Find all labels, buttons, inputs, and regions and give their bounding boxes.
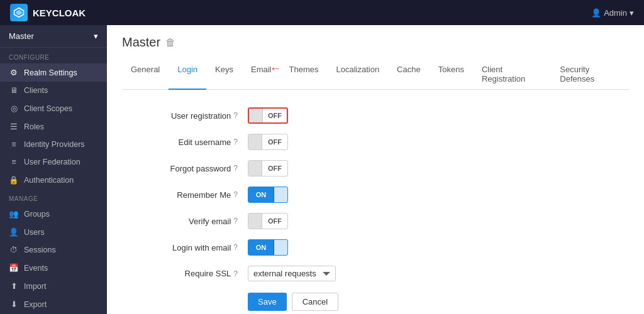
- toggle-knob: [274, 187, 287, 202]
- verify-email-toggle[interactable]: OFF: [248, 213, 288, 229]
- realm-selector[interactable]: Master ▾: [0, 25, 107, 48]
- sidebar-item-export[interactable]: ⬇ Export: [0, 295, 107, 313]
- client-scopes-icon: ◎: [9, 104, 19, 113]
- authentication-icon: 🔒: [9, 175, 19, 185]
- tab-localization[interactable]: Localization: [327, 60, 388, 90]
- sidebar-item-user-federation-label: User Federation: [24, 158, 80, 166]
- require-ssl-select[interactable]: none external requests all requests: [248, 266, 336, 281]
- sidebar-item-import[interactable]: ⬆ Import: [0, 277, 107, 295]
- sidebar-item-groups[interactable]: 👥 Groups: [0, 205, 107, 223]
- sidebar-item-export-label: Export: [24, 300, 47, 309]
- user-menu[interactable]: 👤 Admin ▾: [591, 8, 634, 18]
- user-registration-control: OFF: [248, 107, 288, 124]
- require-ssl-label: Require SSL ?: [122, 269, 248, 278]
- login-with-email-toggle[interactable]: ON: [248, 239, 288, 256]
- sidebar-item-realm-settings[interactable]: ⚙ Realm Settings: [0, 63, 107, 82]
- brand: KEYCLOAK: [10, 4, 86, 21]
- svg-marker-1: [16, 10, 22, 16]
- forgot-password-help-icon[interactable]: ?: [233, 164, 238, 173]
- toggle-label: OFF: [262, 217, 287, 225]
- sidebar-item-events[interactable]: 📅 Events: [0, 259, 107, 277]
- verify-email-help-icon[interactable]: ?: [233, 217, 238, 225]
- identity-providers-icon: ≡: [9, 140, 19, 149]
- tab-security-defenses[interactable]: Security Defenses: [551, 60, 629, 90]
- tab-email[interactable]: Email: [242, 60, 280, 90]
- sidebar-item-client-scopes[interactable]: ◎ Client Scopes: [0, 99, 107, 117]
- user-federation-icon: ≡: [9, 158, 19, 166]
- toggle-label: ON: [248, 191, 274, 198]
- configure-section-label: Configure: [0, 48, 107, 63]
- sidebar-item-sessions-label: Sessions: [24, 246, 56, 254]
- toggle-label: OFF: [262, 138, 287, 146]
- login-with-email-help-icon[interactable]: ?: [233, 243, 238, 252]
- require-ssl-help-icon[interactable]: ?: [233, 269, 238, 278]
- sidebar-item-events-label: Events: [24, 264, 48, 273]
- cancel-button[interactable]: Cancel: [292, 293, 338, 311]
- realm-dropdown-icon: ▾: [94, 31, 98, 41]
- delete-realm-icon[interactable]: 🗑: [165, 37, 175, 48]
- page-title-row: Master 🗑: [122, 35, 629, 50]
- sidebar-item-import-label: Import: [24, 282, 46, 291]
- roles-icon: ☰: [9, 122, 19, 131]
- form-row-verify-email: Verify email ? OFF: [122, 208, 499, 234]
- user-registration-toggle[interactable]: OFF: [248, 107, 288, 124]
- verify-email-control: OFF: [248, 213, 288, 229]
- sidebar-item-clients-label: Clients: [24, 86, 48, 95]
- users-icon: 👤: [9, 227, 19, 237]
- sidebar-item-roles-label: Roles: [24, 122, 44, 131]
- login-with-email-label: Login with email ?: [122, 243, 248, 252]
- user-registration-label: User registration ?: [122, 111, 248, 121]
- user-dropdown-icon: ▾: [630, 8, 634, 18]
- sidebar-item-realm-settings-label: Realm Settings: [24, 68, 77, 77]
- form-row-forgot-password: Forgot password ? OFF: [122, 155, 499, 181]
- tabs: General Login Keys Email Themes Localiza…: [122, 60, 629, 90]
- navbar: KEYCLOAK 👤 Admin ▾: [0, 0, 644, 25]
- sidebar-item-authentication[interactable]: 🔒 Authentication: [0, 171, 107, 189]
- tab-login[interactable]: Login: [169, 60, 206, 90]
- tab-cache[interactable]: Cache: [388, 60, 430, 90]
- edit-username-help-icon[interactable]: ?: [233, 138, 238, 146]
- content-area: Master 🗑 General Login Keys Email Themes…: [107, 25, 644, 314]
- forgot-password-toggle[interactable]: OFF: [248, 160, 288, 176]
- sidebar-item-user-federation[interactable]: ≡ User Federation: [0, 153, 107, 171]
- edit-username-control: OFF: [248, 134, 288, 150]
- remember-me-toggle[interactable]: ON: [248, 187, 288, 203]
- edit-username-toggle[interactable]: OFF: [248, 134, 288, 150]
- sidebar-item-clients[interactable]: 🖥 Clients: [0, 82, 107, 99]
- verify-email-label: Verify email ?: [122, 217, 248, 226]
- toggle-knob: [248, 214, 262, 229]
- save-button[interactable]: Save: [248, 293, 287, 311]
- tab-keys[interactable]: Keys: [206, 60, 242, 90]
- user-registration-help-icon[interactable]: ?: [233, 111, 238, 120]
- sidebar-item-groups-label: Groups: [24, 210, 50, 219]
- sidebar-item-sessions[interactable]: ⏱ Sessions: [0, 241, 107, 259]
- toggle-label: OFF: [262, 165, 287, 172]
- forgot-password-label: Forgot password ?: [122, 164, 248, 173]
- realm-name: Master: [9, 31, 34, 41]
- page-title: Master: [122, 35, 160, 50]
- sidebar-item-identity-providers[interactable]: ≡ Identity Providers: [0, 136, 107, 153]
- tab-client-registration[interactable]: Client Registration: [473, 60, 551, 90]
- sidebar-item-identity-providers-label: Identity Providers: [24, 140, 85, 149]
- main-layout: Master ▾ Configure ⚙ Realm Settings 🖥 Cl…: [0, 25, 644, 314]
- login-settings-form: User registration ? OFF Edit username: [122, 102, 499, 314]
- sidebar-item-users[interactable]: 👤 Users: [0, 223, 107, 241]
- require-ssl-control: none external requests all requests: [248, 266, 336, 281]
- realm-settings-icon: ⚙: [9, 68, 19, 77]
- manage-section-label: Manage: [0, 189, 107, 205]
- form-row-remember-me: Remember Me ? ON: [122, 181, 499, 208]
- toggle-knob: [248, 134, 262, 149]
- remember-me-control: ON: [248, 187, 288, 203]
- form-row-require-ssl: Require SSL ? none external requests all…: [122, 261, 499, 286]
- tab-general[interactable]: General: [122, 60, 169, 90]
- clients-icon: 🖥: [9, 86, 19, 95]
- sidebar-item-roles[interactable]: ☰ Roles: [0, 117, 107, 136]
- form-row-login-with-email: Login with email ? ON: [122, 234, 499, 261]
- toggle-knob: [248, 161, 262, 176]
- sidebar-item-users-label: Users: [24, 228, 45, 237]
- user-icon: 👤: [591, 8, 601, 18]
- toggle-knob: [274, 240, 287, 255]
- tab-themes[interactable]: Themes: [280, 60, 327, 90]
- remember-me-help-icon[interactable]: ?: [233, 190, 238, 199]
- tab-tokens[interactable]: Tokens: [430, 60, 473, 90]
